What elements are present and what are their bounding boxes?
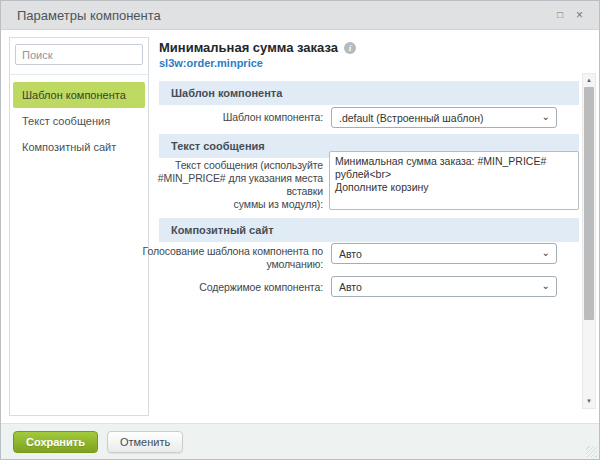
resize-grip-icon[interactable] (586, 446, 597, 457)
composite-voting-select-value: Авто (339, 248, 362, 260)
chevron-down-icon: ⌄ (542, 281, 550, 291)
sidebar-search-wrap (10, 38, 148, 75)
section-title: Композитный сайт (171, 224, 274, 236)
scroll-down-icon[interactable]: ▼ (583, 395, 595, 408)
window-controls: □ × (557, 9, 583, 21)
composite-voting-select[interactable]: Авто ⌄ (331, 243, 557, 264)
component-content-select-value: Авто (339, 281, 362, 293)
content-scrollbar[interactable]: ▲ ▼ (582, 73, 596, 409)
sidebar-item-component-template[interactable]: Шаблон компонента (13, 82, 145, 108)
sidebar-item-label: Композитный сайт (22, 141, 116, 153)
parameters-sidebar: Шаблон компонента Текст сообщения Композ… (9, 37, 149, 416)
template-select[interactable]: .default (Встроенный шаблон) ⌄ (331, 107, 557, 128)
component-parameters-dialog: Параметры компонента □ × Шаблон компонен… (0, 0, 600, 460)
section-header-composite-site: Композитный сайт (159, 218, 579, 242)
sidebar-item-composite-site[interactable]: Композитный сайт (13, 134, 145, 160)
close-icon[interactable]: × (576, 9, 583, 21)
scrollbar-thumb[interactable] (584, 87, 594, 320)
scroll-up-icon[interactable]: ▲ (583, 74, 595, 87)
message-text-label: Текст сообщения (используйте #MIN_PRICE#… (133, 159, 323, 211)
page-title: Минимальная сумма заказа (159, 40, 338, 55)
sidebar-item-label: Шаблон компонента (22, 89, 126, 101)
cancel-button[interactable]: Отменить (107, 431, 183, 453)
section-header-component-template: Шаблон компонента (159, 81, 579, 105)
sidebar-item-message-text[interactable]: Текст сообщения (13, 108, 145, 134)
section-title: Текст сообщения (171, 140, 265, 152)
dialog-footer: Сохранить Отменить (1, 423, 599, 459)
template-select-value: .default (Встроенный шаблон) (339, 112, 484, 124)
component-id-link[interactable]: sl3w:order.minprice (159, 57, 263, 69)
dialog-title: Параметры компонента (17, 8, 161, 23)
sidebar-menu: Шаблон компонента Текст сообщения Композ… (10, 75, 148, 167)
search-input[interactable] (15, 44, 143, 65)
chevron-down-icon: ⌄ (542, 248, 550, 258)
chevron-down-icon: ⌄ (542, 112, 550, 122)
section-title: Шаблон компонента (171, 87, 282, 99)
component-content-label: Содержимое компонента: (133, 281, 323, 294)
save-button[interactable]: Сохранить (13, 431, 98, 453)
maximize-icon[interactable]: □ (557, 10, 563, 20)
message-text-textarea[interactable]: Минимальная сумма заказа: #MIN_PRICE# ру… (329, 151, 579, 210)
page-title-row: Минимальная сумма заказа i (159, 40, 356, 55)
template-field-label: Шаблон компонента: (159, 111, 323, 124)
component-content-select[interactable]: Авто ⌄ (331, 276, 557, 297)
composite-voting-label: Голосование шаблона компонента по умолча… (133, 245, 323, 271)
info-icon[interactable]: i (344, 42, 356, 54)
sidebar-item-label: Текст сообщения (22, 115, 110, 127)
dialog-titlebar: Параметры компонента □ × (1, 1, 599, 30)
